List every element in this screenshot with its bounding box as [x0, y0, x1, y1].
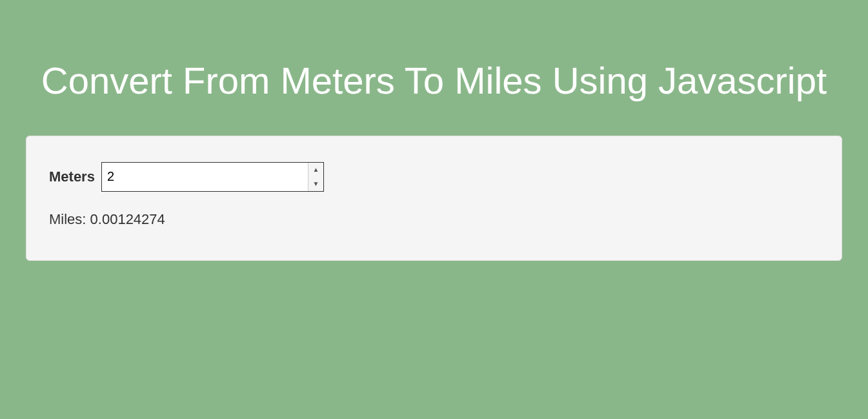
chevron-down-icon: ▼: [312, 180, 319, 187]
meters-input[interactable]: [101, 162, 324, 192]
meters-input-row: Meters ▲ ▼: [49, 162, 819, 192]
miles-value: 0.00124274: [90, 211, 165, 227]
chevron-up-icon: ▲: [312, 166, 319, 173]
meters-input-wrapper: ▲ ▼: [101, 162, 324, 192]
miles-output-row: Miles: 0.00124274: [49, 211, 819, 228]
spinner-down-button[interactable]: ▼: [308, 177, 323, 191]
spinner-up-button[interactable]: ▲: [308, 163, 323, 177]
miles-label: Miles:: [49, 211, 86, 227]
page-title: Convert From Meters To Miles Using Javas…: [13, 58, 855, 103]
meters-label: Meters: [49, 169, 95, 185]
converter-card: Meters ▲ ▼ Miles: 0.00124274: [26, 136, 842, 261]
number-spinner: ▲ ▼: [308, 163, 323, 191]
